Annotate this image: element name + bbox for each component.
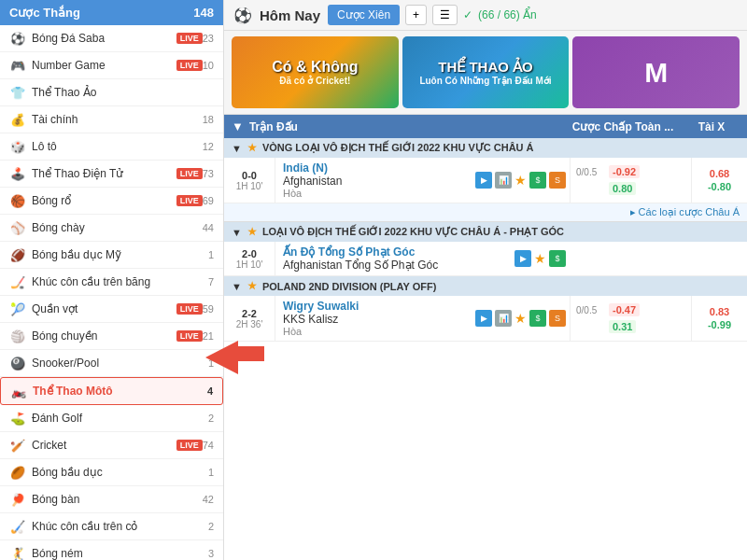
odds-value-1[interactable]: -0.92 [609,165,640,178]
group-header-0: ▼ ★ VÒNG LOẠI VÔ ĐỊCH THẾ GIỚI 2022 KHU … [224,138,747,158]
banner-sports[interactable]: THỂ THAO ẢO Luôn Có Những Trận Đấu Mới [402,36,570,108]
score-value: 0-0 [242,170,257,181]
matches-table: ▼ Trận Đấu Cược Chấp Toàn ... Tài X ▼ ★ … [224,115,747,560]
tai-value-2[interactable]: -0.99 [696,318,743,331]
sidebar-item-lô-tô[interactable]: 🎲Lô tô12 [0,133,223,161]
sport-icon: ⚽ [9,30,26,47]
favorite-star-icon[interactable]: ★ [514,311,527,326]
sidebar-item-tài-chính[interactable]: 💰Tài chính18 [0,106,223,133]
stats-icon[interactable]: 📊 [495,310,512,327]
stats-icon[interactable]: 📊 [495,172,512,189]
odds-value-2[interactable]: 0.31 [609,320,636,333]
sidebar-item-snooker/pool[interactable]: 🎱Snooker/Pool1 [0,350,223,377]
sidebar: Cược Thắng 148 ⚽Bóng Đá SabaLIVE23🎮Numbe… [0,0,224,560]
tai-value-1[interactable]: 0.68 [696,167,743,180]
group-header-2: ▼ ★ POLAND 2ND DIVISION (PLAY OFF) [224,276,747,296]
sidebar-item-đánh-golf[interactable]: ⛳Đánh Golf2 [0,405,223,432]
sidebar-item-thể-thao-ảo[interactable]: 👕Thể Thao Ảo [0,79,223,106]
banner-cricket[interactable]: Có & Không Đã có ở Cricket! [232,36,399,108]
match-info: India (N) Afghanistan Hòa [275,158,472,203]
sidebar-item-count: 2 [208,413,214,424]
odds-column: 0/0.5 -0.47 0.31 [570,296,691,341]
sidebar-item-thể-thao-điện-tử[interactable]: 🕹️Thể Thao Điện TửLIVE73 [0,161,223,188]
see-more-link[interactable]: ▸ Các loại cược Châu Á [224,203,747,222]
match-row: 0-0 1H 10' India (N) Afghanistan Hòa ▶ 📊… [224,158,747,203]
banner-area: Có & Không Đã có ở Cricket! THỂ THAO ẢO … [224,31,747,115]
sidebar-item-bóng-đá-saba[interactable]: ⚽Bóng Đá SabaLIVE23 [0,25,223,52]
draw-label: Hòa [283,326,464,337]
col-tai-header: Tài X [684,120,740,133]
sport-icon: 🏍️ [10,383,27,399]
tai-value-1[interactable]: 0.83 [696,305,743,318]
odds-row-1: 0/0.5 -0.92 [571,163,691,180]
expand-group-icon[interactable]: ▼ [232,143,242,154]
col-cuoc-header: Cược Chấp Toàn ... [562,120,684,133]
sidebar-item-khúc-côn-cầu-trên-băng[interactable]: 🏒Khúc côn cầu trên băng7 [0,269,223,296]
banner3-text: M [644,57,668,89]
sidebar-item-cricket[interactable]: 🏏CricketLIVE74 [0,432,223,459]
expand-icon[interactable]: ▼ [232,119,244,133]
plus-button[interactable]: + [405,5,427,25]
sidebar-item-bóng-chuyền[interactable]: 🏐Bóng chuyềnLIVE21 [0,323,223,350]
sidebar-item-bóng-chày[interactable]: ⚾Bóng chày44 [0,215,223,242]
tai-value-2[interactable]: -0.80 [696,180,743,193]
dollar-icon[interactable]: $ [549,250,566,267]
grid-button[interactable]: ☰ [432,5,458,25]
dollar-icon[interactable]: $ [529,310,546,327]
match-action-icons: ▶ 📊 ★ $S [472,296,570,341]
odds-value-2[interactable]: 0.80 [609,182,636,195]
sidebar-header: Cược Thắng 148 [0,0,223,25]
live-badge: LIVE [176,303,203,315]
sport-icon: 🤾 [9,545,26,560]
s-icon[interactable]: S [549,310,566,327]
sidebar-item-khúc-côn-cầu-trên-cỏ[interactable]: 🏑Khúc côn cầu trên cỏ2 [0,513,223,540]
sidebar-item-count: 1 [208,357,214,369]
play-icon[interactable]: ▶ [475,310,492,327]
expand-group-icon[interactable]: ▼ [232,281,242,292]
team2-name: Afghanistan Tổng Số Phạt Góc [283,259,503,272]
banner-other[interactable]: M [572,36,740,108]
star-icon[interactable]: ★ [247,280,257,292]
group-header-1: ▼ ★ LOẠI VÔ ĐỊCH THẾ GIỚI 2022 KHU VỰC C… [224,222,747,242]
favorite-star-icon[interactable]: ★ [534,251,546,266]
team1-name: Ấn Độ Tổng Số Phạt Góc [283,245,503,259]
sidebar-title: Cược Thắng [9,6,80,20]
sidebar-item-thể-thao-môtô[interactable]: 🏍️Thể Thao Môtô4 [0,377,223,405]
sport-icon: 🏀 [9,192,26,209]
odds-column: 0/0.5 -0.92 0.80 [570,158,691,203]
play-icon[interactable]: ▶ [475,172,492,189]
s-icon[interactable]: S [549,172,566,189]
sidebar-item-label: Bóng rổ [32,194,173,207]
match-info: Wigry Suwalki KKS Kalisz Hòa [275,296,472,341]
sport-icon: 🎱 [9,355,26,371]
draw-label: Hòa [283,188,464,199]
sidebar-item-bóng-ném[interactable]: 🤾Bóng ném3 [0,540,223,560]
odds-row-1: 0/0.5 -0.47 [571,301,691,318]
dollar-icon[interactable]: $ [529,172,546,189]
sidebar-item-bóng-rổ[interactable]: 🏀Bóng rổLIVE69 [0,188,223,215]
sidebar-item-bóng-bầu-dục[interactable]: 🏉Bóng bầu dục1 [0,459,223,486]
live-badge: LIVE [176,33,203,44]
play-icon[interactable]: ▶ [514,250,531,267]
sidebar-item-bóng-bầu-dục-mỹ[interactable]: 🏈Bóng bầu dục Mỹ1 [0,242,223,269]
empty-odds [570,242,747,275]
sidebar-item-count: 42 [203,494,214,505]
sidebar-item-bóng-bàn[interactable]: 🏓Bóng bàn42 [0,486,223,513]
odds-value-1[interactable]: -0.47 [609,303,640,316]
sidebar-item-quần-vợt[interactable]: 🎾Quần vợtLIVE59 [0,296,223,323]
sport-icon: 🏐 [9,328,26,344]
banner1-sub: Đã có ở Cricket! [272,76,358,86]
favorite-star-icon[interactable]: ★ [514,173,527,188]
group-name: POLAND 2ND DIVISION (PLAY OFF) [262,281,436,292]
cuoc-xien-button[interactable]: Cược Xiên [328,5,400,25]
sidebar-item-number-game[interactable]: 🎮Number GameLIVE10 [0,52,223,79]
match-time: 1H 10' [236,181,263,191]
sidebar-item-label: Bóng chày [32,221,203,234]
star-icon[interactable]: ★ [247,142,257,154]
sidebar-item-label: Tài chính [32,113,203,126]
handicap-label: 0/0.5 [576,167,609,177]
expand-group-icon[interactable]: ▼ [232,227,242,238]
star-icon[interactable]: ★ [247,226,257,238]
sidebar-item-label: Đánh Golf [32,412,208,425]
sport-icon: 🏏 [9,437,26,454]
